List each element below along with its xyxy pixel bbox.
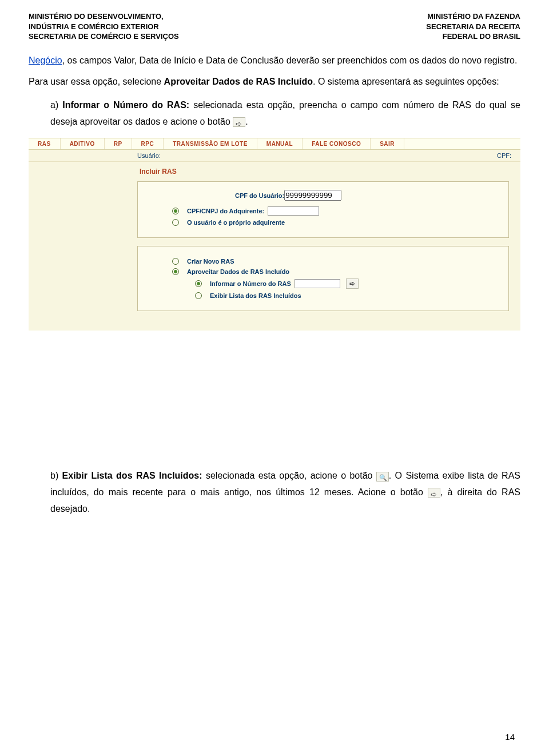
document-header: MINISTÉRIO DO DESENVOLVIMENTO, INDÚSTRIA…: [29, 11, 520, 42]
header-right-line: MINISTÉRIO DA FAZENDA: [426, 11, 520, 22]
exibir-lista-label: Exibir Lista dos RAS Incluídos: [210, 292, 301, 299]
item-b-bold: Exibir Lista dos RAS Incluídos:: [62, 471, 202, 480]
paragraph-aproveitar-lead: Para usar essa opção, selecione: [29, 77, 164, 86]
list-item-a: a) Informar o Número do RAS: selecionada…: [50, 97, 520, 130]
item-a-bold: Informar o Número do RAS:: [62, 100, 189, 110]
item-a-tail: .: [245, 117, 248, 126]
row-cpf-usuario: CPF do Usuário:: [235, 190, 500, 201]
radio-informar-numero[interactable]: [195, 280, 202, 287]
magnifier-icon: [376, 472, 389, 482]
header-left-line: MINISTÉRIO DO DESENVOLVIMENTO,: [29, 11, 179, 22]
item-a-lead: a): [50, 100, 62, 110]
app-content: Incluir RAS CPF do Usuário: CPF/CNPJ do …: [29, 162, 520, 331]
go-button[interactable]: ➪: [346, 278, 359, 289]
menu-aditivo[interactable]: ADITIVO: [61, 138, 105, 149]
arrow-go-icon: [428, 488, 440, 498]
app-screenshot: RAS ADITIVO RP RPC TRANSMISSÃO EM LOTE M…: [29, 138, 520, 331]
paragraph-aproveitar-tail: . O sistema apresentará as seguintes opç…: [313, 77, 499, 86]
menu-sair[interactable]: SAIR: [371, 138, 404, 149]
panel-ras-options: Criar Novo RAS Aproveitar Dados de RAS I…: [137, 246, 509, 311]
userbar-cpf-label: CPF:: [497, 152, 511, 159]
aproveitar-dados-label: Aproveitar Dados de RAS Incluído: [187, 268, 289, 275]
app-userbar: Usuário: CPF:: [29, 150, 520, 162]
panel-user-id: CPF do Usuário: CPF/CNPJ do Adquirente: …: [137, 181, 509, 238]
menu-ras[interactable]: RAS: [29, 138, 61, 149]
row-informar-numero[interactable]: Informar o Número do RAS ➪: [195, 278, 500, 289]
menu-rp[interactable]: RP: [105, 138, 132, 149]
item-b-rest1: selecionada esta opção, acione o botão: [202, 471, 376, 480]
cpf-usuario-input[interactable]: [284, 190, 341, 201]
informar-numero-input[interactable]: [295, 279, 340, 288]
paragraph-aproveitar: Para usar essa opção, selecione Aproveit…: [29, 75, 520, 88]
userbar-usuario-label: Usuário:: [137, 152, 161, 159]
paragraph-negocio: Negócio, os campos Valor, Data de Início…: [29, 54, 520, 67]
menu-rpc[interactable]: RPC: [132, 138, 164, 149]
paragraph-aproveitar-bold: Aproveitar Dados de RAS Incluído: [164, 77, 313, 86]
header-right-line: FEDERAL DO BRASIL: [426, 31, 520, 42]
menu-faleconosco[interactable]: FALE CONOSCO: [303, 138, 371, 149]
row-aproveitar-dados[interactable]: Aproveitar Dados de RAS Incluído: [172, 268, 500, 275]
list-item-b: b) Exibir Lista dos RAS Incluídos: selec…: [50, 468, 520, 517]
header-right-line: SECRETARIA DA RECEITA: [426, 22, 520, 32]
cpf-cnpj-adquirente-label: CPF/CNPJ do Adquirente:: [187, 208, 264, 214]
header-left: MINISTÉRIO DO DESENVOLVIMENTO, INDÚSTRIA…: [29, 11, 179, 42]
radio-exibir-lista[interactable]: [195, 292, 202, 299]
radio-aproveitar-dados[interactable]: [172, 268, 179, 275]
link-negocio: Negócio: [29, 55, 62, 65]
criar-novo-ras-label: Criar Novo RAS: [187, 258, 234, 265]
usuario-proprio-label: O usuário é o próprio adquirente: [187, 219, 285, 226]
header-left-line: INDÚSTRIA E COMÉRCIO EXTERIOR: [29, 22, 179, 32]
paragraph-negocio-text: , os campos Valor, Data de Início e Data…: [62, 55, 518, 65]
item-b-lead: b): [50, 471, 62, 480]
row-usuario-proprio-adquirente[interactable]: O usuário é o próprio adquirente: [172, 219, 500, 226]
radio-usuario-proprio[interactable]: [172, 219, 179, 226]
radio-criar-novo-ras[interactable]: [172, 258, 179, 265]
section-title-incluir-ras: Incluir RAS: [140, 168, 520, 176]
row-cpf-cnpj-adquirente[interactable]: CPF/CNPJ do Adquirente:: [172, 206, 500, 216]
arrow-go-icon: [233, 117, 245, 127]
informar-numero-label: Informar o Número do RAS: [210, 280, 291, 287]
menu-transmissao[interactable]: TRANSMISSÃO EM LOTE: [164, 138, 257, 149]
menu-manual[interactable]: MANUAL: [257, 138, 303, 149]
cpf-usuario-label: CPF do Usuário:: [235, 192, 284, 199]
app-menubar: RAS ADITIVO RP RPC TRANSMISSÃO EM LOTE M…: [29, 138, 520, 150]
radio-cpf-cnpj-adquirente[interactable]: [172, 208, 179, 214]
cpf-cnpj-adquirente-input[interactable]: [268, 206, 319, 216]
row-exibir-lista[interactable]: Exibir Lista dos RAS Incluídos: [195, 292, 500, 299]
header-left-line: SECRETARIA DE COMÉRCIO E SERVIÇOS: [29, 31, 179, 42]
page-number: 14: [505, 732, 515, 742]
row-criar-novo-ras[interactable]: Criar Novo RAS: [172, 258, 500, 265]
header-right: MINISTÉRIO DA FAZENDA SECRETARIA DA RECE…: [426, 11, 520, 42]
